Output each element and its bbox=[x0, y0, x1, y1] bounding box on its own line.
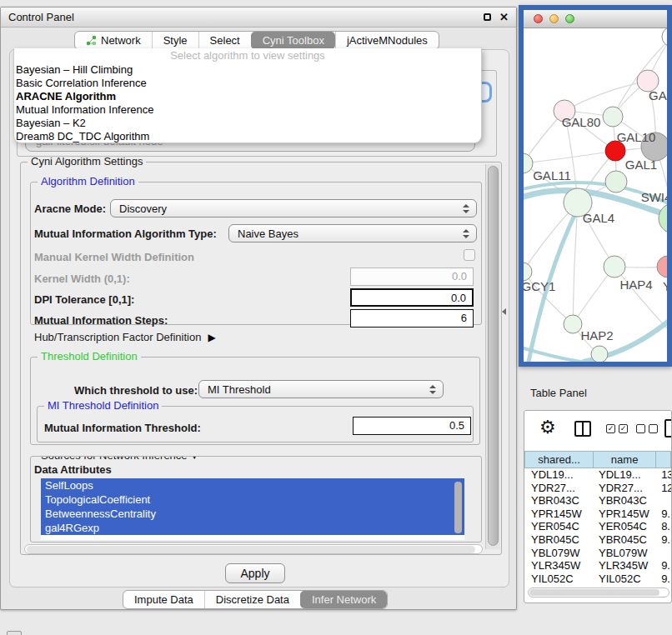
column-header[interactable]: shared... bbox=[524, 451, 594, 468]
select-all-columns-icon[interactable]: ✓✓ bbox=[606, 424, 628, 433]
attribute-item[interactable]: SelfLoops bbox=[41, 478, 464, 492]
tab-infer-network[interactable]: Infer Network bbox=[300, 591, 387, 608]
tab-cyni-toolbox[interactable]: Cyni Toolbox bbox=[251, 32, 335, 49]
threshold-definition-group: Threshold Definition Which threshold to … bbox=[30, 357, 480, 445]
tab-network[interactable]: Network bbox=[75, 32, 152, 49]
kernel-width-field[interactable]: 0.0 bbox=[350, 268, 474, 286]
settings-vertical-scrollbar[interactable] bbox=[485, 164, 500, 549]
float-window-icon[interactable] bbox=[484, 13, 491, 21]
table-row[interactable]: YBR045CYBR045C9. bbox=[524, 533, 671, 547]
kernel-width-label: Kernel Width (0,1): bbox=[34, 272, 130, 285]
data-attributes-list[interactable]: SelfLoopsTopologicalCoefficientBetweenne… bbox=[41, 478, 464, 540]
data-attributes-label: Data Attributes bbox=[34, 463, 112, 476]
dpi-tolerance-field[interactable]: 0.0 bbox=[350, 288, 474, 307]
mi-steps-field[interactable]: 6 bbox=[350, 309, 474, 328]
algorithm-dropdown-popup: Select algorithm to view settings Bayesi… bbox=[13, 48, 482, 143]
network-edge[interactable] bbox=[564, 81, 648, 111]
cyni-algorithm-settings-group: Cyni Algorithm Settings Algorithm Defini… bbox=[20, 162, 502, 555]
network-node[interactable] bbox=[659, 203, 667, 233]
apply-button[interactable]: Apply bbox=[225, 563, 285, 583]
settings-legend: Cyni Algorithm Settings bbox=[28, 155, 146, 168]
table-settings-gear-icon[interactable]: ⚙ bbox=[539, 417, 556, 438]
manual-kernel-width-checkbox[interactable] bbox=[464, 249, 475, 261]
algorithm-option[interactable]: Dream8 DC_TDC Algorithm bbox=[14, 130, 481, 143]
node-label: GAL1 bbox=[625, 158, 657, 172]
network-view-window[interactable]: GALGAL80GAL10GAL1GAL11SWI4GAL4GCY1HAP4YH… bbox=[519, 5, 672, 367]
node-label: GAL11 bbox=[533, 168, 571, 182]
new-table-icon[interactable] bbox=[664, 419, 672, 438]
attribute-item[interactable]: gal4RGexp bbox=[41, 521, 464, 535]
algorithm-option[interactable]: Bayesian – K2 bbox=[14, 117, 481, 130]
tab-select[interactable]: Select bbox=[198, 32, 251, 49]
mi-algorithm-type-value: Naive Bayes bbox=[238, 228, 463, 240]
node-label: GAL80 bbox=[562, 115, 601, 129]
panel-divider-collapse-icon[interactable] bbox=[502, 308, 506, 315]
combo-arrows-icon bbox=[429, 385, 436, 394]
zoom-traffic-light-icon[interactable] bbox=[565, 14, 574, 23]
settings-horizontal-scrollbar[interactable] bbox=[24, 544, 483, 554]
table-row[interactable]: YIL052CYIL052C9. bbox=[524, 572, 671, 582]
table-row[interactable]: YDL19...YDL19...13 bbox=[524, 468, 671, 482]
tab-discretize-data[interactable]: Discretize Data bbox=[204, 591, 300, 608]
column-header[interactable]: name bbox=[594, 451, 656, 468]
table-row[interactable]: YER054CYER054C8. bbox=[524, 520, 671, 533]
tab-jactivemnodules[interactable]: jActiveMNodules bbox=[335, 32, 439, 49]
network-canvas[interactable]: GALGAL80GAL10GAL1GAL11SWI4GAL4GCY1HAP4YH… bbox=[524, 28, 667, 362]
attribute-item[interactable]: TopologicalCoefficient bbox=[41, 492, 464, 507]
node-label: Y bbox=[663, 279, 667, 293]
table-panel-window: ⚙ ✓✓ shared...name YDL19...YDL19...13YDR… bbox=[524, 410, 672, 603]
deselect-all-columns-icon[interactable] bbox=[636, 424, 658, 433]
aracne-mode-combo[interactable]: Discovery bbox=[110, 199, 477, 218]
network-node[interactable] bbox=[524, 262, 532, 281]
network-node[interactable] bbox=[603, 107, 623, 127]
which-threshold-combo[interactable]: MI Threshold bbox=[198, 380, 444, 398]
network-node[interactable] bbox=[604, 256, 625, 278]
hub-definition-label: Hub/Transcription Factor Definition bbox=[34, 331, 201, 343]
network-node[interactable] bbox=[605, 171, 627, 192]
attribute-item[interactable]: BetweennessCentrality bbox=[41, 507, 464, 521]
network-node[interactable] bbox=[591, 346, 608, 362]
table-row[interactable]: YBR043CYBR043C bbox=[524, 494, 671, 508]
table-row[interactable]: YLR345WYLR345W9. bbox=[524, 559, 671, 572]
manual-kernel-width-label: Manual Kernel Width Definition bbox=[34, 251, 194, 263]
columns-icon[interactable] bbox=[574, 421, 591, 437]
algorithm-definition-legend: Algorithm Definition bbox=[38, 175, 138, 188]
algorithm-option[interactable]: Bayesian – Hill Climbing bbox=[14, 63, 481, 77]
tab-style[interactable]: Style bbox=[152, 32, 198, 49]
table-panel-title: Table Panel bbox=[530, 387, 587, 399]
network-node[interactable] bbox=[564, 315, 582, 333]
threshold-definition-legend: Threshold Definition bbox=[38, 350, 141, 362]
aracne-mode-label: Aracne Mode: bbox=[34, 202, 106, 215]
table-row[interactable]: YPR145WYPR145W9. bbox=[524, 508, 671, 521]
attributes-list-scrollbar[interactable] bbox=[454, 482, 462, 533]
which-threshold-label: Which threshold to use: bbox=[74, 384, 198, 397]
combo-arrows-icon bbox=[463, 229, 469, 238]
sources-legend[interactable]: Sources for Network Inference ▼ bbox=[38, 456, 202, 462]
control-panel-titlebar: Control Panel ✕ bbox=[1, 8, 516, 28]
network-node[interactable] bbox=[657, 256, 667, 278]
algorithm-option[interactable]: Mutual Information Inference bbox=[14, 103, 481, 117]
control-panel-tabs: NetworkStyleSelectCyni ToolboxjActiveMNo… bbox=[74, 31, 439, 50]
hub-definition-toggle[interactable]: Hub/Transcription Factor Definition ▶ bbox=[34, 331, 216, 343]
mi-algorithm-type-label: Mutual Information Algorithm Type: bbox=[34, 228, 217, 240]
minimize-traffic-light-icon[interactable] bbox=[549, 14, 559, 23]
close-icon[interactable]: ✕ bbox=[499, 12, 509, 22]
algorithm-dropdown-placeholder: Select algorithm to view settings bbox=[14, 48, 481, 63]
algorithm-option[interactable]: Basic Correlation Inference bbox=[14, 77, 481, 90]
table-row[interactable]: YDR27...YDR27...12 bbox=[524, 482, 671, 495]
network-edge[interactable] bbox=[614, 267, 667, 333]
network-edge[interactable] bbox=[524, 151, 615, 163]
mi-threshold-field[interactable]: 0.5 bbox=[353, 417, 471, 435]
algorithm-definition-group: Algorithm Definition Aracne Mode: Discov… bbox=[30, 182, 482, 325]
network-node[interactable] bbox=[524, 153, 533, 173]
column-header[interactable] bbox=[656, 451, 671, 468]
tab-impute-data[interactable]: Impute Data bbox=[123, 591, 204, 608]
mi-algorithm-type-combo[interactable]: Naive Bayes bbox=[228, 224, 477, 242]
table-row[interactable]: YBL079WYBL079W bbox=[524, 547, 671, 560]
table-horizontal-scrollbar[interactable] bbox=[528, 588, 669, 598]
algorithm-option[interactable]: ARACNE Algorithm bbox=[14, 90, 481, 103]
combo-arrows-icon bbox=[463, 204, 469, 213]
node-label: GAL4 bbox=[583, 211, 614, 225]
close-traffic-light-icon[interactable] bbox=[534, 14, 543, 23]
table-toolbar: ⚙ ✓✓ bbox=[524, 411, 671, 448]
